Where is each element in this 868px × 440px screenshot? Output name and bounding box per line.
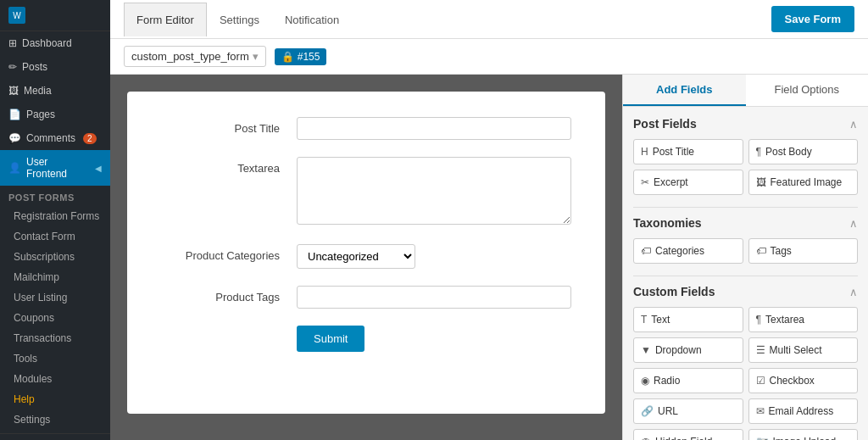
sidebar-sub-modules[interactable]: Modules: [0, 369, 110, 389]
field-row-product-categories: Product Categories Uncategorized: [161, 244, 571, 269]
sidebar-label: User Frontend: [26, 156, 90, 180]
sidebar-sub-help[interactable]: Help: [0, 389, 110, 409]
taxonomies-toggle[interactable]: ∧: [849, 217, 858, 230]
product-tags-input[interactable]: [297, 286, 571, 309]
tab-form-editor[interactable]: Form Editor: [124, 3, 207, 36]
product-tags-label: Product Tags: [161, 286, 280, 304]
custom-fields-header: Custom Fields ∧: [633, 285, 858, 298]
sidebar-label: Pages: [26, 109, 55, 120]
sidebar-item-media[interactable]: 🖼 Media: [0, 79, 110, 103]
field-row-post-title: Post Title: [161, 117, 571, 140]
sidebar-sub-registration-forms[interactable]: Registration Forms: [0, 206, 110, 226]
tab-notification[interactable]: Notification: [272, 3, 352, 36]
btn-categories[interactable]: 🏷 Categories: [633, 238, 743, 264]
form-dropdown[interactable]: custom_post_type_form ▾: [124, 46, 266, 67]
save-button[interactable]: Save Form: [771, 6, 854, 32]
tab-field-options[interactable]: Field Options: [746, 75, 869, 106]
sidebar-sub-tools[interactable]: Tools: [0, 348, 110, 369]
post-title-input-wrap: [297, 117, 571, 140]
email-icon: ✉: [756, 405, 765, 417]
sidebar-sub-transactions[interactable]: Transactions: [0, 328, 110, 348]
pages-icon: 📄: [8, 109, 21, 120]
btn-hidden-field[interactable]: 👁 Hidden Field: [633, 429, 743, 440]
taxonomies-header: Taxonomies ∧: [633, 216, 858, 230]
sidebar-label: Media: [24, 85, 52, 97]
sidebar-sub-user-listing[interactable]: User Listing: [0, 287, 110, 308]
btn-excerpt[interactable]: ✂ Excerpt: [633, 170, 743, 195]
custom-fields-section: Custom Fields ∧ T Text ¶ Textarea: [633, 285, 858, 440]
form-name: custom_post_type_form: [131, 50, 249, 63]
url-icon: 🔗: [641, 405, 654, 417]
taxonomies-title: Taxonomies: [633, 216, 702, 230]
topbar: Form Editor Settings Notification Save F…: [110, 0, 868, 39]
form-id-text: #155: [298, 51, 320, 63]
btn-url[interactable]: 🔗 URL: [633, 398, 743, 424]
form-id-badge: 🔒 #155: [275, 48, 327, 65]
sidebar-item-woocommerce[interactable]: 🛒 WooCommerce: [0, 433, 110, 440]
product-categories-input-wrap: Uncategorized: [297, 244, 571, 269]
btn-multi-select[interactable]: ☰ Multi Select: [748, 337, 859, 363]
sidebar-sub-subscriptions[interactable]: Subscriptions: [0, 247, 110, 267]
sidebar-item-pages[interactable]: 📄 Pages: [0, 103, 110, 126]
post-fields-toggle[interactable]: ∧: [849, 118, 858, 131]
right-panel: Add Fields Field Options Post Fields ∧ H…: [622, 75, 868, 440]
h-icon: H: [641, 146, 648, 158]
sidebar-sub-mailchimp[interactable]: Mailchimp: [0, 267, 110, 287]
taxonomies-buttons: 🏷 Categories 🏷 Tags: [633, 238, 858, 264]
sidebar-sub-coupons[interactable]: Coupons: [0, 308, 110, 328]
post-fields-title: Post Fields: [633, 117, 697, 131]
tab-add-fields[interactable]: Add Fields: [623, 75, 746, 106]
sidebar-item-comments[interactable]: 💬 Comments 2: [0, 126, 110, 150]
btn-featured-image[interactable]: 🖼 Featured Image: [748, 170, 859, 195]
chevron-right-icon: ◀: [95, 164, 102, 173]
post-fields-section: Post Fields ∧ H Post Title ¶ Post Body: [633, 117, 858, 195]
sidebar-label: Comments: [26, 132, 75, 144]
text-icon: T: [641, 314, 647, 326]
sidebar-sub-settings[interactable]: Settings: [0, 409, 110, 430]
main-content: Form Editor Settings Notification Save F…: [110, 0, 868, 440]
custom-fields-toggle[interactable]: ∧: [849, 286, 858, 298]
tab-settings[interactable]: Settings: [207, 3, 272, 36]
sidebar: W ⊞ Dashboard ✏ Posts 🖼 Media 📄 Pages 💬 …: [0, 0, 110, 440]
sidebar-sub-contact-form[interactable]: Contact Form: [0, 226, 110, 247]
textarea-input-wrap: [297, 157, 571, 227]
btn-dropdown[interactable]: ▼ Dropdown: [633, 337, 743, 363]
content-area: Post Title Textarea Product Categories: [110, 75, 868, 440]
sidebar-item-user-frontend[interactable]: 👤 User Frontend ◀: [0, 150, 110, 186]
dropdown-icon: ▼: [641, 344, 651, 356]
multi-select-icon: ☰: [756, 344, 765, 356]
sidebar-item-dashboard[interactable]: ⊞ Dashboard: [0, 31, 110, 55]
comments-badge: 2: [83, 133, 97, 144]
btn-image-upload[interactable]: 📷 Image Upload: [748, 429, 859, 440]
textarea-icon: ¶: [756, 314, 761, 326]
submit-button[interactable]: Submit: [297, 326, 364, 352]
panel-content: Post Fields ∧ H Post Title ¶ Post Body: [623, 107, 868, 440]
btn-post-title[interactable]: H Post Title: [633, 139, 743, 164]
textarea-input[interactable]: [297, 157, 571, 225]
post-fields-buttons: H Post Title ¶ Post Body ✂ Excerpt 🖼: [633, 139, 858, 195]
post-title-input[interactable]: [297, 117, 571, 140]
product-tags-input-wrap: [297, 286, 571, 309]
custom-fields-buttons: T Text ¶ Textarea ▼ Dropdown ☰: [633, 307, 858, 440]
field-row-product-tags: Product Tags: [161, 286, 571, 309]
btn-post-body[interactable]: ¶ Post Body: [748, 139, 859, 164]
submit-row: Submit: [161, 326, 571, 352]
image-icon: 🖼: [756, 176, 766, 188]
form-canvas: Post Title Textarea Product Categories: [127, 92, 605, 414]
sidebar-item-posts[interactable]: ✏ Posts: [0, 55, 110, 79]
panel-tabs: Add Fields Field Options: [623, 75, 868, 107]
btn-text[interactable]: T Text: [633, 307, 743, 332]
hidden-icon: 👁: [641, 436, 651, 440]
custom-fields-title: Custom Fields: [633, 285, 715, 298]
divider-2: [633, 276, 858, 276]
btn-tags[interactable]: 🏷 Tags: [748, 238, 859, 264]
btn-email-address[interactable]: ✉ Email Address: [748, 398, 859, 424]
product-categories-select[interactable]: Uncategorized: [297, 244, 415, 269]
btn-textarea[interactable]: ¶ Textarea: [748, 307, 859, 332]
btn-radio[interactable]: ◉ Radio: [633, 368, 743, 393]
scissors-icon: ✂: [641, 176, 649, 188]
comments-icon: 💬: [8, 132, 21, 144]
btn-checkbox[interactable]: ☑ Checkbox: [748, 368, 859, 393]
sidebar-logo: W: [0, 0, 110, 31]
post-forms-section: Post Forms: [0, 186, 110, 206]
